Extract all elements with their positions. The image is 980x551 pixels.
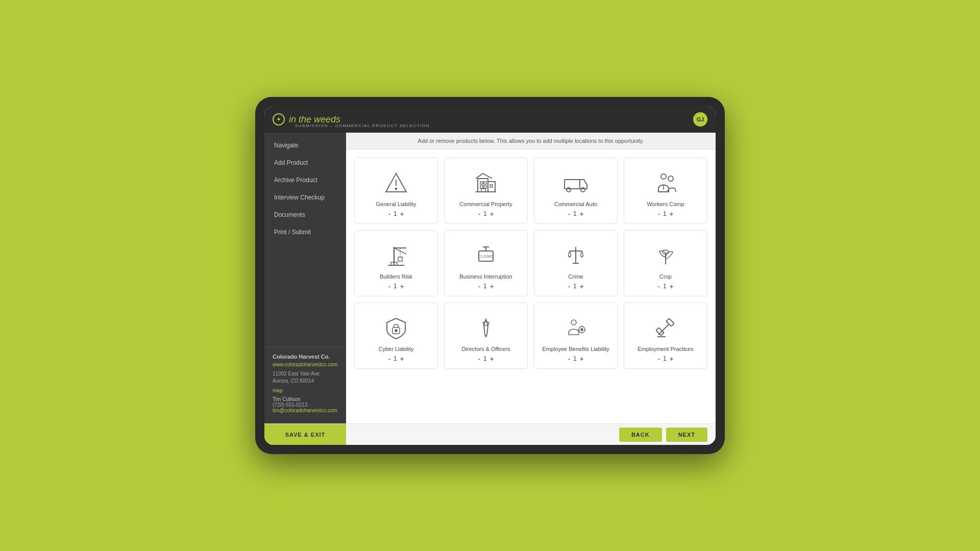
sidebar-item-add-product[interactable]: Add Product [264,154,346,171]
sidebar-item-print-submit[interactable]: Print / Submit [264,223,346,241]
product-counter: -1+ [478,210,494,217]
tablet-frame: ✦ in the weeds SUBMISSION – COMMERCIAL P… [255,97,725,454]
save-exit-button[interactable]: SAVE & EXIT [264,424,346,445]
footer-right-buttons: BACK NEXT [619,428,716,442]
decrement-button[interactable]: - [568,356,570,362]
svg-rect-4 [488,182,495,192]
decrement-button[interactable]: - [568,283,570,290]
svg-rect-3 [478,179,488,192]
svg-rect-12 [565,180,580,189]
counter-value: 1 [573,283,577,290]
decrement-button[interactable]: - [658,211,660,217]
sidebar: Navigate Add Product Archive Product Int… [264,133,346,423]
product-card-employment-practices[interactable]: Employment Practices-1+ [624,303,707,369]
increment-button[interactable]: + [580,283,584,290]
product-counter: -1+ [388,355,404,362]
workers-icon [651,168,680,197]
next-button[interactable]: NEXT [666,428,707,442]
product-name: Business Interruption [459,273,512,280]
decrement-button[interactable]: - [388,211,390,217]
increment-button[interactable]: + [400,283,404,290]
product-name: Commercial Property [459,201,512,207]
product-card-employee-benefits[interactable]: Employee Benefits Liability-1+ [534,303,618,369]
product-counter: -1+ [658,283,674,290]
increment-button[interactable]: + [670,283,674,290]
gear-people-icon [561,313,590,342]
scales-icon [561,241,590,269]
product-card-directors-officers[interactable]: Directors & Officers-1+ [444,303,528,369]
contact-email[interactable]: tim@coloradoharvestco.com [273,408,338,413]
product-counter: -1+ [568,210,584,217]
product-counter: -1+ [478,355,494,362]
decrement-button[interactable]: - [388,356,390,362]
counter-value: 1 [394,355,397,362]
svg-point-2 [396,188,397,190]
increment-button[interactable]: + [490,356,494,362]
product-card-business-interruption[interactable]: CLOSEDBusiness Interruption-1+ [444,230,528,296]
sidebar-item-interview-checkup[interactable]: Interview Checkup [264,189,346,206]
increment-button[interactable]: + [670,356,674,362]
company-url[interactable]: www.coloradoharvestco.com [273,362,338,367]
info-bar: Add or remove products below. This allow… [346,133,716,149]
decrement-button[interactable]: - [568,211,570,217]
user-avatar[interactable]: GJ [693,112,707,127]
svg-point-37 [395,330,397,332]
counter-value: 1 [483,210,487,217]
decrement-button[interactable]: - [478,283,480,290]
gavel-icon [651,313,680,342]
product-card-commercial-auto[interactable]: Commercial Auto-1+ [534,158,618,224]
product-counter: -1+ [568,283,584,290]
svg-rect-7 [480,186,483,188]
back-button[interactable]: BACK [619,428,662,442]
product-counter: -1+ [478,283,494,290]
svg-rect-5 [480,182,483,184]
product-name: Commercial Auto [554,201,597,207]
counter-value: 1 [394,283,397,290]
svg-text:CLOSED: CLOSED [479,255,494,258]
tie-icon [472,313,500,342]
svg-point-40 [571,320,576,325]
decrement-button[interactable]: - [658,356,660,362]
counter-value: 1 [394,210,397,217]
app-subtitle: SUBMISSION – COMMERCIAL PRODUCT SELECTIO… [295,123,430,128]
svg-rect-24 [398,257,402,261]
decrement-button[interactable]: - [478,356,480,362]
contact-name: Tim Cullison [273,396,338,402]
company-name: Colorado Harvest Co. [273,354,338,360]
svg-rect-6 [484,182,486,184]
products-grid: General Liability-1+Commercial Property-… [354,158,707,369]
product-name: Crime [568,273,583,280]
svg-rect-9 [490,185,493,187]
product-card-workers-comp[interactable]: Workers Comp-1+ [624,158,707,224]
increment-button[interactable]: + [580,356,584,362]
product-counter: -1+ [658,210,674,217]
increment-button[interactable]: + [670,211,674,217]
product-name: Crop [659,273,672,280]
increment-button[interactable]: + [580,211,584,217]
decrement-button[interactable]: - [478,211,480,217]
increment-button[interactable]: + [490,283,494,290]
product-counter: -1+ [658,355,674,362]
increment-button[interactable]: + [490,211,494,217]
sidebar-item-documents[interactable]: Documents [264,206,346,223]
product-card-crime[interactable]: Crime-1+ [534,230,618,296]
plant-icon [651,241,680,269]
products-container: General Liability-1+Commercial Property-… [346,149,716,423]
map-link[interactable]: map [273,388,338,393]
crane-icon [382,241,410,269]
product-card-commercial-property[interactable]: Commercial Property-1+ [444,158,528,224]
increment-button[interactable]: + [400,211,404,217]
svg-rect-49 [656,328,664,336]
product-card-builders-risk[interactable]: Builders Risk-1+ [354,230,438,296]
product-counter: -1+ [388,283,404,290]
sidebar-item-archive-product[interactable]: Archive Product [264,171,346,189]
product-card-cyber-liability[interactable]: Cyber Liability-1+ [354,303,438,369]
product-card-general-liability[interactable]: General Liability-1+ [354,158,438,224]
product-card-crop[interactable]: Crop-1+ [624,230,707,296]
tablet-inner: ✦ in the weeds SUBMISSION – COMMERCIAL P… [264,106,716,445]
decrement-button[interactable]: - [658,283,660,290]
sidebar-item-navigate[interactable]: Navigate [264,137,346,154]
counter-value: 1 [663,210,667,217]
decrement-button[interactable]: - [388,283,390,290]
increment-button[interactable]: + [400,356,404,362]
